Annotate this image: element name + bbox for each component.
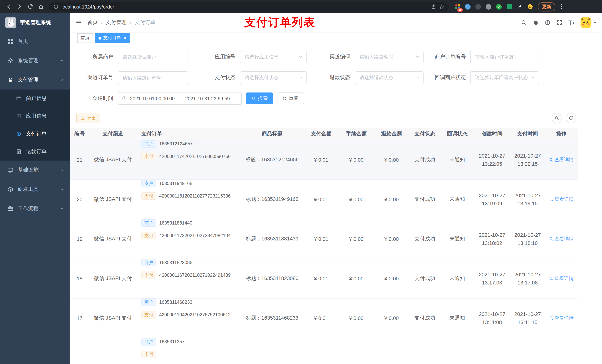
help-button[interactable] bbox=[545, 20, 550, 26]
table-row: 21 微信 JSAPI 支付 商户 1635312124657 支付 42000… bbox=[70, 140, 578, 180]
clock-icon bbox=[122, 96, 127, 101]
search-button[interactable]: 搜索 bbox=[246, 93, 273, 104]
fullscreen-button[interactable] bbox=[557, 20, 562, 26]
breadcrumb-home[interactable]: 首页 bbox=[87, 19, 98, 26]
merchant-order-no-input[interactable] bbox=[470, 51, 539, 63]
screen: localhost:1024/pay/order 10 更新 芋道管理系统 bbox=[0, 0, 602, 364]
tab-home[interactable]: 首页 bbox=[77, 33, 93, 43]
pay-status-select[interactable]: 请选择支付状态 bbox=[240, 71, 307, 84]
cell-refund: ¥ 0.00 bbox=[374, 219, 409, 259]
tab-close-icon[interactable]: × bbox=[124, 35, 126, 41]
box-icon bbox=[7, 187, 13, 192]
cell-pay-time bbox=[510, 338, 545, 364]
view-detail-link[interactable]: 查看详情 bbox=[549, 236, 574, 242]
cell-id: 17 bbox=[70, 299, 89, 338]
cell-refund: ¥ 0.00 bbox=[374, 299, 409, 338]
channel-order-no-label: 渠道订单号 bbox=[78, 74, 118, 81]
pay-tag: 支付 bbox=[141, 271, 156, 279]
sidebar-item-home[interactable]: 首页 bbox=[0, 32, 70, 51]
sidebar-item-merchant-info[interactable]: 商户信息 bbox=[0, 90, 70, 107]
cell-amount: ¥ 0.01 bbox=[304, 140, 339, 179]
merchant-order-no: 1635311357 bbox=[159, 339, 184, 344]
extension-colorful-icon[interactable]: 10 bbox=[454, 3, 461, 10]
merchant-order-line: 商户 1635311823086 bbox=[141, 259, 192, 266]
sidebar-item-dev-tools[interactable]: 研发工具 bbox=[0, 180, 70, 199]
extension-blue-icon[interactable] bbox=[464, 3, 471, 10]
cell-amount: ¥ 0.01 bbox=[304, 219, 339, 259]
table-row: 商户 1635311357 支付 查看详情 bbox=[70, 338, 578, 364]
bookmark-star-icon[interactable] bbox=[439, 4, 444, 9]
app-no-label: 应用编号 bbox=[199, 54, 240, 60]
user-menu[interactable] bbox=[580, 17, 597, 28]
view-detail-link[interactable]: 查看详情 bbox=[549, 315, 574, 322]
app-no-select[interactable]: 请选择应用信息 bbox=[240, 51, 307, 63]
smiley-icon bbox=[527, 4, 533, 10]
filter-row-1: 所属商户 应用编号 请选择应用信息 渠道编码 请输入渠道编码 商户订单编号 bbox=[70, 51, 602, 63]
channel-code-label: 渠道编码 bbox=[314, 54, 355, 60]
view-detail-link[interactable]: 查看详情 bbox=[549, 196, 574, 203]
extension-green-check-icon[interactable] bbox=[495, 3, 502, 10]
font-size-button[interactable]: T T bbox=[568, 20, 575, 26]
extension-smiley-icon[interactable] bbox=[527, 3, 534, 10]
document-icon bbox=[16, 149, 22, 154]
browser-menu-button[interactable] bbox=[558, 4, 564, 10]
sidebar-item-workflow[interactable]: 工作流程 bbox=[0, 199, 70, 218]
merchant-input[interactable] bbox=[118, 51, 188, 63]
share-icon[interactable] bbox=[431, 4, 436, 9]
toggle-search-button[interactable] bbox=[552, 113, 562, 123]
header-amount: 支付金额 bbox=[304, 128, 339, 140]
view-detail-link[interactable]: 查看详情 bbox=[549, 156, 574, 163]
sidebar-item-infrastructure[interactable]: 基础设施 bbox=[0, 161, 70, 180]
header-search-button[interactable] bbox=[521, 20, 527, 26]
refresh-table-button[interactable] bbox=[566, 113, 576, 123]
extension-green-square-icon[interactable] bbox=[506, 3, 513, 10]
cell-fee: ¥ 0.00 bbox=[339, 259, 374, 298]
cell-pay-time: 2021-10-27 13:18:10 bbox=[510, 219, 545, 259]
url-bar[interactable]: localhost:1024/pay/order bbox=[49, 2, 449, 11]
site-info-icon[interactable] bbox=[53, 4, 58, 9]
tab-pay-order[interactable]: 支付订单 × bbox=[95, 33, 129, 43]
browser-back-button[interactable] bbox=[4, 2, 14, 12]
notify-status-select[interactable]: 请选择订单回调商户状态 bbox=[470, 71, 539, 84]
cell-pay-order: 商户 1635311468233 支付 42000011942021102767… bbox=[137, 299, 241, 338]
browser-forward-button[interactable] bbox=[14, 2, 24, 12]
merchant-tag: 商户 bbox=[141, 180, 156, 187]
channel-transaction-no: 4200001173202110272847982104 bbox=[159, 233, 231, 238]
cell-status: 支付成功 bbox=[409, 299, 441, 338]
sidebar-item-system[interactable]: 系统管理 bbox=[0, 51, 70, 70]
pay-tag: 支付 bbox=[141, 351, 156, 358]
reset-button[interactable]: 重置 bbox=[277, 93, 304, 104]
cell-status bbox=[409, 338, 441, 364]
header-channel: 支付渠道 bbox=[89, 128, 137, 140]
extension-pin-icon[interactable] bbox=[516, 3, 523, 10]
create-time-range-picker[interactable]: 2021-10-01 00:00:00 - 2021-10-31 23:59:5… bbox=[118, 92, 242, 105]
github-button[interactable] bbox=[533, 20, 539, 26]
app-title: 芋道管理系统 bbox=[20, 19, 51, 26]
export-button[interactable]: 导出 bbox=[76, 113, 100, 123]
refund-status-select[interactable]: 请选择退款状态 bbox=[355, 71, 424, 84]
view-detail-link[interactable]: 查看详情 bbox=[549, 275, 574, 282]
chevron-down-icon bbox=[415, 54, 420, 60]
header-refund: 退款金额 bbox=[374, 128, 409, 140]
sidebar-item-payment[interactable]: ¥ 支付管理 bbox=[0, 70, 70, 90]
sidebar-item-app-info[interactable]: 应用信息 bbox=[0, 107, 70, 125]
table-row: 19 微信 JSAPI 支付 商户 1635311881440 支付 42000… bbox=[70, 219, 578, 259]
orders-table: 编号 支付渠道 支付订单 商品标题 支付金额 手续金额 退款金额 支付状态 回调… bbox=[70, 128, 578, 364]
app-shell: 芋道管理系统 首页 系统管理 ¥ 支付管理 商户信息 bbox=[0, 13, 602, 364]
grid-icon bbox=[16, 114, 22, 119]
extension-dark-icon[interactable] bbox=[475, 3, 482, 10]
channel-order-no-input[interactable] bbox=[118, 71, 188, 84]
sidebar-item-refund-order[interactable]: 退款订单 bbox=[0, 143, 70, 161]
channel-code-select[interactable]: 请输入渠道编码 bbox=[355, 51, 424, 63]
cell-amount bbox=[304, 338, 339, 364]
extension-gray-icon[interactable] bbox=[485, 3, 492, 10]
breadcrumb-section[interactable]: 支付管理 bbox=[106, 19, 127, 26]
sidebar-item-pay-order[interactable]: 支付订单 bbox=[0, 125, 70, 143]
browser-update-button[interactable]: 更新 bbox=[538, 2, 555, 11]
hamburger-button[interactable] bbox=[70, 20, 87, 26]
browser-home-button[interactable] bbox=[36, 2, 46, 12]
rabbit-logo-icon bbox=[5, 17, 16, 28]
filter-row-2: 渠道订单号 支付状态 请选择支付状态 退款状态 请选择退款状态 回调商户状态 请… bbox=[70, 71, 602, 84]
cell-id bbox=[70, 338, 89, 364]
browser-reload-button[interactable] bbox=[25, 2, 35, 12]
